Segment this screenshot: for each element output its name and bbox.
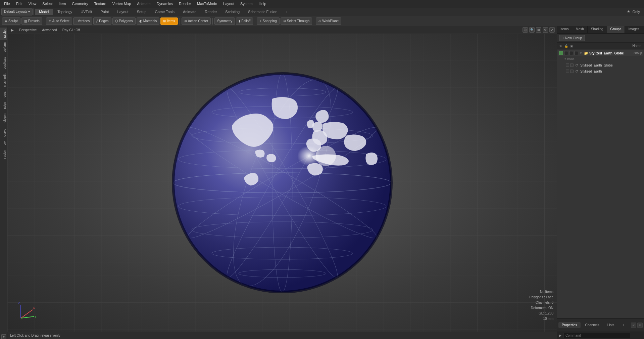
action-center-icon: ⊕ — [184, 19, 187, 23]
bottom-tab-lists[interactable]: Lists — [604, 322, 618, 328]
child1-check2[interactable] — [570, 63, 574, 67]
menu-maxtomode[interactable]: MaxToModo — [194, 1, 220, 6]
rp-tab-images[interactable]: Images — [625, 26, 643, 33]
tree-child-item-1[interactable]: ⬡ Stylized_Earth_Globe — [558, 62, 643, 68]
bottom-tab-properties[interactable]: Properties — [558, 322, 581, 328]
layout-dropdown[interactable]: Default Layouts ▾ — [1, 8, 33, 15]
menu-item[interactable]: Item — [56, 1, 68, 6]
materials-button[interactable]: ◐ Materials — [137, 17, 160, 25]
group-check3[interactable] — [569, 51, 573, 55]
tab-paint[interactable]: Paint — [97, 9, 113, 15]
group-expand[interactable]: ▼ — [579, 51, 583, 55]
menu-help[interactable]: Help — [256, 1, 269, 6]
viewport-raygl-label[interactable]: Ray GL: Off — [61, 28, 82, 32]
workplane-button[interactable]: ⏥ WorkPlane — [316, 17, 341, 25]
sidebar-expand-btn[interactable]: ◉ — [1, 334, 6, 339]
rp-tab-mesh[interactable]: Mesh — [572, 26, 587, 33]
viewport-canvas[interactable]: X Y Z No Items Polygons : Face Channels:… — [7, 34, 557, 332]
sidebar-tab-deform[interactable]: Deform — [0, 40, 7, 54]
viewport-camera-icon[interactable]: 🎥 — [523, 27, 528, 33]
tab-game-tools[interactable]: Game Tools — [151, 9, 179, 15]
tab-add[interactable]: + — [282, 9, 292, 15]
rp-tab-groups[interactable]: Groups — [607, 26, 625, 33]
tab-schematic-fusion[interactable]: Schematic Fusion — [244, 9, 281, 15]
viewport-settings-icon[interactable]: ⚙ — [543, 27, 548, 33]
command-bar: ▶ — [557, 332, 644, 339]
panel-close-icon[interactable]: × — [637, 323, 643, 328]
edges-button[interactable]: ╱ Edges — [93, 17, 111, 25]
sidebar-tab-polygon[interactable]: Polygon — [0, 112, 7, 127]
action-center-button[interactable]: ⊕ Action Center — [182, 17, 211, 25]
menu-view[interactable]: View — [26, 1, 39, 6]
bottom-tab-plus[interactable]: + — [620, 322, 627, 328]
vertices-label: Vertices — [78, 19, 90, 23]
items-render-icon[interactable]: ▣ — [569, 44, 574, 48]
menu-geometry[interactable]: Geometry — [69, 1, 91, 6]
child1-check1[interactable] — [566, 63, 569, 67]
auto-select-button[interactable]: ⊙ Auto Select — [46, 17, 72, 25]
sidebar-tab-sculpt[interactable]: Sculpt — [0, 28, 7, 40]
star-icon[interactable]: ★ — [627, 9, 630, 14]
menu-edit[interactable]: Edit — [13, 1, 25, 6]
menu-vertex-map[interactable]: Vertex Map — [110, 1, 134, 6]
menu-system[interactable]: System — [238, 1, 255, 6]
tree-group-item[interactable]: ▼ 📁 Stylized_Earth_Globe Group — [558, 50, 643, 56]
polygons-button[interactable]: ⬡ Polygons — [112, 17, 136, 25]
tree-child-item-2[interactable]: ⬡ Stylized_Earth — [558, 68, 643, 74]
vertices-button[interactable]: · Vertices — [73, 17, 92, 25]
items-button[interactable]: ⊞ Items — [160, 17, 178, 25]
item-tree[interactable]: ▼ 📁 Stylized_Earth_Globe Group 2 Items ⬡… — [557, 49, 644, 318]
select-through-button[interactable]: ⊘ Select Through — [281, 17, 312, 25]
group-check[interactable] — [559, 51, 563, 55]
sidebar-tab-edge[interactable]: Edge — [0, 100, 7, 111]
action-center-label: Action Center — [188, 19, 208, 23]
tab-render[interactable]: Render — [201, 9, 221, 15]
command-input[interactable] — [563, 333, 630, 338]
bottom-tab-channels[interactable]: Channels — [582, 322, 603, 328]
items-eye-icon[interactable]: 👁 — [558, 44, 563, 48]
group-check4[interactable] — [574, 51, 578, 55]
rp-tab-items[interactable]: Items — [557, 26, 572, 33]
symmetry-button[interactable]: Symmetry — [214, 17, 235, 25]
viewport-mode-label[interactable]: Advanced — [40, 28, 58, 32]
viewport-fullscreen-icon[interactable]: ⤢ — [549, 27, 555, 33]
menu-texture[interactable]: Texture — [92, 1, 109, 6]
menu-layout[interactable]: Layout — [220, 1, 237, 6]
menu-dynamics[interactable]: Dynamics — [154, 1, 176, 6]
sidebar-tab-duplicate[interactable]: Duplicate — [0, 55, 7, 72]
menu-animate[interactable]: Animate — [134, 1, 153, 6]
menu-file[interactable]: File — [1, 1, 13, 6]
panel-resize-icon[interactable]: ⤢ — [631, 323, 636, 328]
items-lock-icon[interactable]: 🔒 — [564, 44, 568, 48]
tab-setup[interactable]: Setup — [133, 9, 151, 15]
group-check2[interactable] — [564, 51, 568, 55]
tab-topology[interactable]: Topology — [53, 9, 76, 15]
new-group-button[interactable]: + New Group — [559, 35, 585, 41]
viewport-grid-icon[interactable]: ⊞ — [536, 27, 541, 33]
tab-scripting[interactable]: Scripting — [221, 9, 244, 15]
sidebar-tab-uv[interactable]: UV — [0, 139, 7, 147]
viewport-perspective-label[interactable]: Perspective — [17, 28, 38, 32]
menu-select[interactable]: Select — [40, 1, 55, 6]
tab-model[interactable]: Model — [35, 9, 53, 15]
tab-layout[interactable]: Layout — [113, 9, 133, 15]
sidebar-tab-mesh-edit[interactable]: Mesh Edit — [0, 72, 7, 89]
sidebar-tab-fusion[interactable]: Fusion — [0, 148, 7, 161]
snapping-button[interactable]: ⌖ Snapping — [257, 17, 279, 25]
viewport-expand-icon[interactable]: ▶ — [9, 28, 15, 32]
falloff-button[interactable]: ◗ Falloff — [236, 17, 253, 25]
tab-animate[interactable]: Animate — [179, 9, 200, 15]
menu-render[interactable]: Render — [176, 1, 194, 6]
child2-check1[interactable] — [566, 70, 569, 73]
presets-button[interactable]: ▦ Presets — [21, 17, 42, 25]
items-more-icon[interactable]: ⋯ — [575, 44, 579, 48]
viewport-area[interactable]: ▶ Perspective Advanced Ray GL: Off 🎥 🔍 ⊞… — [7, 26, 557, 339]
sculpt-button[interactable]: ◈ Sculpt — [2, 17, 20, 25]
tab-uvedit[interactable]: UVEdit — [77, 9, 96, 15]
viewport-search-icon[interactable]: 🔍 — [529, 27, 535, 33]
menu-bar: File Edit View Select Item Geometry Text… — [0, 0, 644, 7]
sidebar-tab-curve[interactable]: Curve — [0, 127, 7, 139]
sidebar-tab-vert[interactable]: Vert. — [0, 89, 7, 100]
child2-check2[interactable] — [570, 70, 574, 73]
rp-tab-shading[interactable]: Shading — [588, 26, 607, 33]
